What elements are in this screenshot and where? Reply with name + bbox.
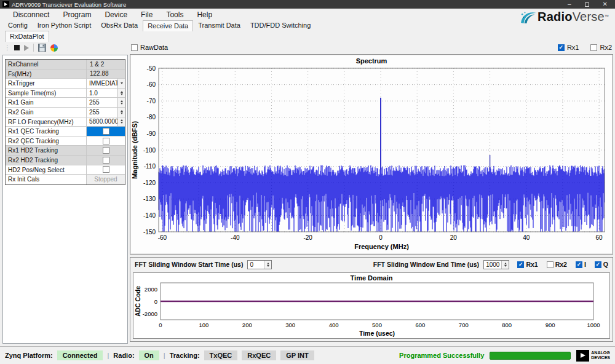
main-content: ⋮ RxChannel1 & 2Fs(MHz)122.88RxTriggerIM… [0, 42, 615, 346]
fft-start-input[interactable]: 0 [247, 260, 272, 269]
menu-file[interactable]: File [134, 10, 159, 20]
status-separator: | [107, 352, 109, 359]
channel-toggle-rx1[interactable]: Rx1 [558, 44, 579, 51]
dropdown-arrow-icon[interactable] [117, 79, 125, 88]
minimize-button[interactable]: – [568, 1, 571, 7]
property-checkbox-cell[interactable] [87, 127, 125, 136]
save-icon[interactable] [38, 44, 46, 52]
property-spinner[interactable]: 255 [87, 98, 125, 107]
property-row-rx1-gain: Rx1 Gain255 [6, 98, 125, 108]
svg-text:20: 20 [450, 234, 458, 241]
svg-text:-70: -70 [147, 98, 156, 105]
svg-text:0: 0 [379, 234, 383, 241]
maximize-button[interactable] [585, 2, 589, 7]
menu-device[interactable]: Device [98, 10, 134, 20]
fft-rx2-checkbox[interactable] [547, 261, 554, 268]
fft-toggle-q[interactable]: Q [595, 261, 608, 268]
svg-text:Magnitude (dBFS): Magnitude (dBFS) [131, 121, 138, 179]
rx-settings-panel: RxChannel1 & 2Fs(MHz)122.88RxTriggerIMME… [2, 55, 128, 344]
spinner-arrows-icon[interactable] [117, 117, 125, 127]
fft-end-spinner[interactable] [501, 261, 509, 269]
property-checkbox-cell[interactable] [87, 156, 125, 165]
menu-help[interactable]: Help [190, 10, 219, 20]
status-separator: | [164, 352, 165, 359]
spinner-value: 1.0 [87, 90, 117, 97]
rx1-qec-tracking-checkbox[interactable] [103, 128, 109, 135]
tab-tdd-fdd-switching[interactable]: TDD/FDD Switching [245, 20, 315, 31]
stop-button[interactable] [14, 45, 20, 50]
rawdata-checkbox[interactable] [131, 44, 138, 51]
menu-disconnect[interactable]: Disconnect [6, 10, 56, 20]
svg-text:-60: -60 [158, 234, 167, 241]
svg-text:900: 900 [546, 322, 555, 328]
property-spinner[interactable]: 1.0 [87, 89, 125, 98]
spectrum-plot[interactable]: Spectrum-50-60-70-80-90-100-110-120-130-… [130, 55, 613, 254]
rx2-checkbox[interactable] [590, 44, 597, 51]
fft-toggle-i[interactable]: I [576, 261, 586, 268]
tab-config[interactable]: Config [3, 20, 33, 31]
spinner-arrows-icon[interactable] [117, 89, 125, 98]
menu-tools[interactable]: Tools [159, 10, 190, 20]
rx2-qec-tracking-checkbox[interactable] [103, 138, 109, 144]
fft-rx1-checkbox[interactable] [517, 261, 524, 268]
status-badge-gp-int: GP INT [280, 350, 314, 360]
svg-text:60: 60 [596, 234, 603, 241]
play-button[interactable] [24, 45, 29, 51]
svg-text:2000: 2000 [145, 286, 157, 293]
property-row-rxchannel: RxChannel1 & 2 [6, 60, 125, 69]
tab-receive-data[interactable]: Receive Data [143, 20, 193, 31]
channel-toggle-rx2[interactable]: Rx2 [590, 44, 612, 51]
fft-end-label: FFT Sliding Window End Time (us) [373, 261, 479, 268]
svg-text:-130: -130 [143, 196, 156, 202]
svg-text:-20: -20 [303, 234, 312, 241]
analog-devices-logo: ANALOGDEVICES [576, 350, 610, 362]
time-domain-plot[interactable]: Time Domain20000-20000100200300400500600… [133, 273, 609, 338]
property-spinner[interactable]: 5800.000000 [87, 117, 125, 127]
svg-text:-2000: -2000 [143, 311, 157, 317]
svg-text:-100: -100 [143, 147, 156, 154]
property-checkbox-cell[interactable] [87, 136, 125, 146]
fft-toggle-rx2[interactable]: Rx2 [547, 261, 567, 268]
toolbar-grip: ⋮ [4, 44, 10, 51]
plot-toolbar: ⋮ [2, 42, 128, 53]
tab-iron-python-script[interactable]: Iron Python Script [33, 20, 96, 31]
spinner-arrows-icon[interactable] [117, 108, 125, 117]
property-dropdown[interactable]: IMMEDIATE [87, 79, 125, 88]
tab-transmit-data[interactable]: Transmit Data [193, 20, 245, 31]
property-spinner[interactable]: 255 [87, 108, 125, 117]
tab-obsrx-data[interactable]: ObsRx Data [96, 20, 143, 31]
svg-text:0: 0 [159, 322, 162, 328]
fft-toggle-rx1[interactable]: Rx1 [517, 261, 538, 268]
fft-window-panel: FFT Sliding Window Start Time (us) 0 FFT… [130, 257, 613, 342]
svg-text:Spectrum: Spectrum [356, 57, 387, 65]
property-checkbox-cell[interactable] [87, 165, 125, 175]
subtabbar: RxDataPlot [0, 31, 615, 42]
rx-init-cals-button: Stopped [87, 175, 125, 184]
close-button[interactable]: ✕ [603, 1, 608, 7]
titlebar: ADRV9009 Transciever Evaluation Software… [0, 0, 615, 9]
time-domain-chart: Time Domain20000-20000100200300400500600… [133, 272, 610, 339]
radioverse-swoosh-icon [519, 10, 538, 25]
fft-end-input[interactable]: 1000 [483, 260, 509, 269]
subtab-rxdataplot[interactable]: RxDataPlot [5, 31, 49, 42]
fft-q-checkbox[interactable] [595, 261, 601, 268]
menu-program[interactable]: Program [56, 10, 98, 20]
rawdata-toggle[interactable]: RawData [131, 44, 168, 51]
property-label: Rx Init Cals [6, 175, 87, 184]
fft-i-checkbox[interactable] [576, 261, 582, 268]
rx1-checkbox[interactable] [558, 44, 565, 51]
property-row-rxtrigger: RxTriggerIMMEDIATE [6, 79, 125, 89]
property-label: Rx1 HD2 Tracking [6, 146, 87, 155]
pie-chart-icon[interactable] [50, 44, 58, 52]
property-row-hd2-pos-neg-select: HD2 Pos/Neg Select [6, 165, 125, 175]
plot-panel: RawDataRx1Rx2 Spectrum-50-60-70-80-90-10… [130, 42, 613, 342]
svg-text:700: 700 [459, 322, 469, 328]
property-checkbox-cell[interactable] [87, 146, 125, 155]
spinner-arrows-icon[interactable] [117, 98, 125, 107]
rx2-hd2-tracking-checkbox[interactable] [103, 157, 109, 164]
hd2-pos-neg-select-checkbox[interactable] [103, 166, 109, 173]
fft-start-spinner[interactable] [264, 261, 271, 269]
property-label: Rx1 Gain [6, 98, 87, 107]
fft-toggle-label: Rx1 [526, 261, 538, 268]
rx1-hd2-tracking-checkbox[interactable] [103, 147, 109, 154]
